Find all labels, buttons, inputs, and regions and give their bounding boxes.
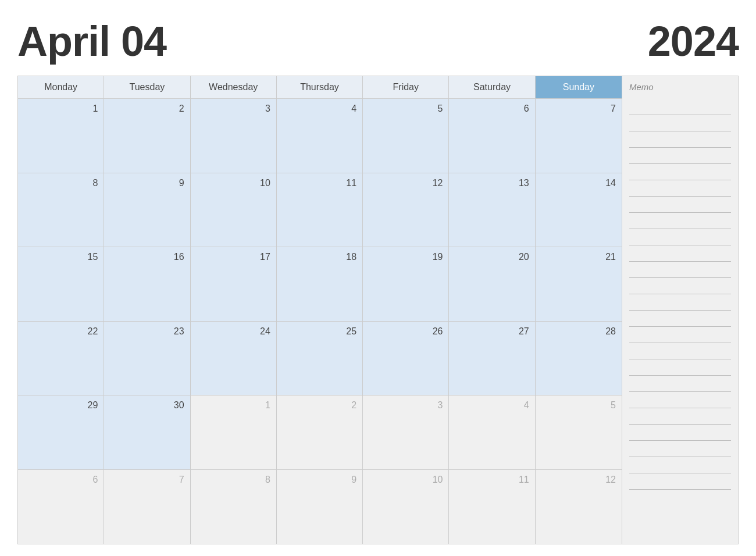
week-row: 293012345 (18, 395, 622, 470)
day-cell[interactable]: 7 (104, 470, 190, 544)
day-cell[interactable]: 11 (277, 173, 363, 248)
day-number: 12 (541, 475, 616, 485)
day-cell[interactable]: 10 (363, 470, 449, 544)
memo-line[interactable] (629, 343, 731, 359)
memo-line[interactable] (629, 197, 731, 213)
day-header-monday: Monday (18, 76, 104, 99)
day-cell[interactable]: 15 (18, 247, 104, 322)
memo-line[interactable] (629, 425, 731, 441)
day-number: 1 (24, 104, 98, 114)
memo-line[interactable] (629, 294, 731, 311)
day-cell[interactable]: 24 (191, 322, 277, 396)
day-cell[interactable]: 6 (449, 99, 535, 173)
day-cell[interactable]: 1 (18, 99, 104, 173)
day-cell[interactable]: 8 (191, 470, 277, 544)
day-number: 9 (110, 178, 184, 188)
day-cell[interactable]: 19 (363, 247, 449, 322)
day-cell[interactable]: 23 (104, 322, 190, 396)
day-cell[interactable]: 1 (191, 395, 277, 470)
memo-lines (629, 99, 731, 538)
day-cell[interactable]: 17 (191, 247, 277, 322)
day-cell[interactable]: 8 (18, 173, 104, 248)
day-number: 25 (283, 326, 356, 337)
day-cell[interactable]: 29 (18, 395, 104, 470)
day-cell[interactable]: 11 (449, 470, 535, 544)
day-cell[interactable]: 9 (277, 470, 363, 544)
memo-line[interactable] (629, 131, 731, 148)
day-number: 9 (283, 475, 356, 485)
day-cell[interactable]: 25 (277, 322, 363, 396)
memo-line[interactable] (629, 229, 731, 245)
week-row: 6789101112 (18, 470, 622, 544)
day-number: 20 (455, 252, 529, 262)
calendar-header: April 04 2024 (17, 17, 739, 65)
day-cell[interactable]: 12 (536, 470, 622, 544)
memo-line[interactable] (629, 99, 731, 115)
day-number: 8 (24, 178, 98, 188)
memo-line[interactable] (629, 376, 731, 392)
day-cell[interactable]: 14 (536, 173, 622, 248)
day-number: 28 (541, 326, 616, 337)
day-number: 22 (24, 326, 98, 337)
day-number: 8 (197, 475, 270, 485)
memo-line[interactable] (629, 473, 731, 490)
memo-line[interactable] (629, 148, 731, 164)
day-cell[interactable]: 20 (449, 247, 535, 322)
memo-panel: Memo (622, 76, 739, 544)
day-cell[interactable]: 3 (363, 395, 449, 470)
memo-line[interactable] (629, 441, 731, 457)
day-cell[interactable]: 13 (449, 173, 535, 248)
calendar-wrapper: Monday Tuesday Wednesday Thursday Friday… (17, 76, 739, 544)
day-number: 1 (197, 400, 270, 411)
day-cell[interactable]: 5 (363, 99, 449, 173)
day-cell[interactable]: 26 (363, 322, 449, 396)
day-header-friday: Friday (363, 76, 449, 99)
day-cell[interactable]: 5 (536, 395, 622, 470)
day-number: 6 (24, 475, 98, 485)
day-cell[interactable]: 21 (536, 247, 622, 322)
day-number: 29 (24, 400, 98, 411)
day-cell[interactable]: 3 (191, 99, 277, 173)
day-cell[interactable]: 9 (104, 173, 190, 248)
memo-line[interactable] (629, 359, 731, 376)
day-cell[interactable]: 10 (191, 173, 277, 248)
memo-line[interactable] (629, 115, 731, 131)
day-cell[interactable]: 28 (536, 322, 622, 396)
memo-line[interactable] (629, 164, 731, 180)
day-cell[interactable]: 6 (18, 470, 104, 544)
day-number: 17 (197, 252, 270, 262)
weeks-container: 1234567891011121314151617181920212223242… (18, 99, 622, 544)
day-cell[interactable]: 2 (277, 395, 363, 470)
memo-line[interactable] (629, 262, 731, 278)
day-number: 11 (455, 475, 529, 485)
day-cell[interactable]: 12 (363, 173, 449, 248)
memo-line[interactable] (629, 311, 731, 327)
memo-line[interactable] (629, 327, 731, 343)
day-cell[interactable]: 30 (104, 395, 190, 470)
day-number: 13 (455, 178, 529, 188)
day-cell[interactable]: 2 (104, 99, 190, 173)
memo-line[interactable] (629, 213, 731, 229)
day-number: 7 (541, 104, 616, 114)
memo-title: Memo (629, 82, 731, 92)
day-number: 10 (197, 178, 270, 188)
day-number: 16 (110, 252, 184, 262)
memo-line[interactable] (629, 392, 731, 408)
day-cell[interactable]: 4 (277, 99, 363, 173)
memo-line[interactable] (629, 457, 731, 473)
memo-line[interactable] (629, 408, 731, 425)
memo-line[interactable] (629, 245, 731, 262)
day-header-wednesday: Wednesday (191, 76, 277, 99)
day-cell[interactable]: 27 (449, 322, 535, 396)
day-cell[interactable]: 18 (277, 247, 363, 322)
day-number: 14 (541, 178, 616, 188)
day-cell[interactable]: 22 (18, 322, 104, 396)
week-row: 1234567 (18, 99, 622, 173)
day-cell[interactable]: 4 (449, 395, 535, 470)
day-cell[interactable]: 16 (104, 247, 190, 322)
memo-line[interactable] (629, 180, 731, 197)
day-number: 18 (283, 252, 356, 262)
day-cell[interactable]: 7 (536, 99, 622, 173)
memo-line[interactable] (629, 278, 731, 294)
day-number: 12 (369, 178, 443, 188)
